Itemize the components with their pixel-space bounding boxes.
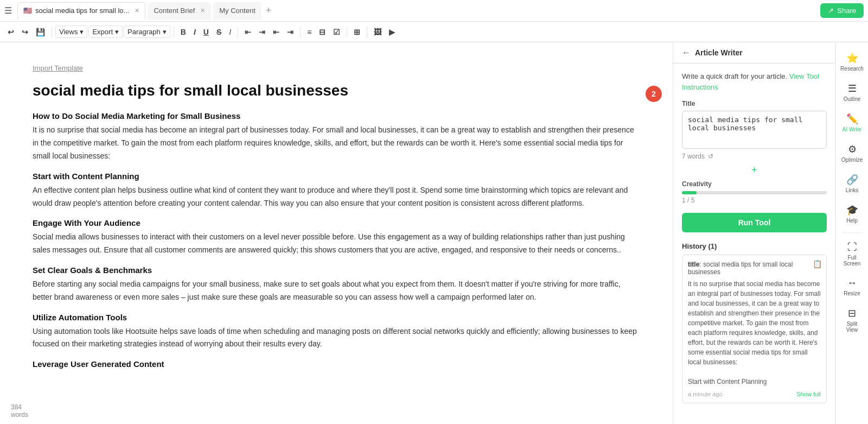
tab-label: social media tips for small lo... (35, 7, 129, 15)
title-input[interactable]: social media tips for small local busine… (682, 111, 827, 149)
sidebar-separator (843, 232, 862, 233)
tab-close-icon[interactable]: ✕ (200, 7, 205, 14)
section-heading-0: How to Do Social Media Marketing for Sma… (33, 111, 640, 121)
separator (300, 27, 301, 37)
back-arrow-icon[interactable]: ← (682, 48, 691, 58)
section-heading-5: Leverage User Generated Content (33, 359, 640, 369)
toolbar: ↩ ↪ 💾 Views ▾ Export ▾ Paragraph ▾ B I U… (0, 22, 868, 42)
sidebar-item-full-screen[interactable]: ⛶ Full Screen (838, 237, 866, 271)
tab-content-brief[interactable]: Content Brief ✕ (148, 2, 211, 20)
undo-button[interactable]: ↩ (4, 26, 17, 39)
run-tool-button[interactable]: Run Tool (682, 213, 827, 232)
bold-button[interactable]: B (177, 26, 189, 39)
table-button[interactable]: ⊞ (350, 26, 363, 39)
split-view-icon: ⊟ (848, 307, 856, 319)
add-tab-button[interactable]: + (264, 5, 274, 16)
share-label: Share (837, 7, 856, 15)
align-center-button[interactable]: ⇥ (256, 26, 269, 39)
views-dropdown[interactable]: Views ▾ (55, 26, 87, 38)
full-screen-icon: ⛶ (847, 242, 857, 253)
right-panel: ← Article Writer Write a quick draft for… (673, 42, 835, 424)
sidebar-item-label-research: Research (840, 66, 864, 72)
paragraph-label: Paragraph (127, 28, 161, 36)
creativity-label: Creativity (682, 180, 827, 188)
word-unit: words (11, 411, 28, 419)
resize-icon: ↔ (847, 277, 857, 289)
optimize-icon: ⚙ (848, 143, 857, 155)
ai-write-icon: ✏️ (846, 113, 858, 125)
history-title-value: social media tips for small local busine… (688, 261, 793, 276)
creativity-bar-fill (682, 191, 697, 194)
creativity-bar-container[interactable] (682, 191, 827, 194)
save-button[interactable]: 💾 (33, 26, 48, 39)
export-label: Export (92, 28, 113, 36)
sidebar-item-label-outline: Outline (844, 96, 861, 102)
section-para-3-0: Before starting any social media campaig… (33, 278, 640, 304)
import-template-link[interactable]: Import Template (33, 64, 640, 72)
section-heading-2: Engage With Your Audience (33, 218, 640, 227)
italic2-button[interactable]: I (226, 26, 234, 39)
menu-icon[interactable]: ☰ (4, 5, 12, 16)
tab-close-icon[interactable]: ✕ (135, 7, 139, 14)
word-count-number: 384 (11, 403, 22, 411)
show-full-link[interactable]: Show full (796, 391, 821, 397)
align-indent-button[interactable]: ⇤ (270, 26, 283, 39)
section-heading-4: Utilize Automation Tools (33, 313, 640, 322)
separator (347, 27, 347, 37)
word-count-label: 7 words (682, 153, 705, 160)
separator (238, 27, 238, 37)
sidebar-item-label-ai-write: AI Write (843, 126, 861, 132)
sidebar-item-links[interactable]: 🔗 Links (838, 169, 866, 198)
copy-icon[interactable]: 📋 (813, 260, 822, 268)
article-title: social media tips for small local busine… (33, 81, 640, 100)
sidebar-item-research[interactable]: ⭐ Research (838, 48, 866, 76)
section-heading-3: Set Clear Goals & Benchmarks (33, 265, 640, 275)
checklist-button[interactable]: ☑ (330, 26, 343, 39)
links-icon: 🔗 (846, 174, 858, 186)
italic-button[interactable]: I (190, 26, 199, 39)
views-chevron-icon: ▾ (80, 28, 84, 36)
word-count-footer: 384 words (11, 403, 28, 419)
outline-icon: ☰ (848, 83, 857, 94)
strikethrough-button[interactable]: S (213, 26, 225, 39)
media-button[interactable]: ▶ (386, 26, 398, 39)
paragraph-dropdown[interactable]: Paragraph ▾ (124, 26, 170, 38)
views-label: Views (59, 28, 78, 36)
sidebar-item-help[interactable]: 🎓 Help (838, 200, 866, 228)
tab-my-content[interactable]: My Content (213, 2, 261, 20)
export-dropdown[interactable]: Export ▾ (88, 26, 123, 38)
word-count-row: 7 words ↺ (682, 153, 827, 160)
separator (367, 27, 367, 37)
section-para-1-0: An effective content plan helps business… (33, 184, 640, 210)
history-card: 📋 title: social media tips for small loc… (682, 255, 827, 403)
share-button[interactable]: ↗ Share (820, 3, 864, 18)
editor-area[interactable]: Import Template social media tips for sm… (0, 42, 673, 424)
image-button[interactable]: 🖼 (371, 26, 385, 39)
export-chevron-icon: ▾ (115, 28, 119, 36)
sidebar-item-ai-write[interactable]: ✏️ AI Write (838, 109, 866, 137)
help-icon: 🎓 (846, 204, 858, 216)
panel-header: ← Article Writer (673, 42, 835, 64)
tab-label: My Content (219, 7, 255, 15)
underline-button[interactable]: U (200, 26, 212, 39)
topbar-right: ↗ Share (820, 3, 864, 18)
sidebar-item-outline[interactable]: ☰ Outline (838, 78, 866, 106)
history-body-text: It is no surprise that social media has … (688, 279, 821, 387)
redo-button[interactable]: ↪ (18, 26, 31, 39)
section-para-0-0: It is no surprise that social media has … (33, 124, 640, 162)
align-outdent-button[interactable]: ⇥ (284, 26, 297, 39)
sidebar-item-optimize[interactable]: ⚙ Optimize (838, 139, 866, 167)
sidebar-item-split-view[interactable]: ⊟ Split View (838, 303, 866, 337)
numbered-list-button[interactable]: ⊟ (316, 26, 329, 39)
creativity-value: 1 / 5 (682, 197, 827, 204)
align-left-button[interactable]: ⇤ (241, 26, 254, 39)
add-plus-button[interactable]: + (682, 164, 827, 176)
section-para-4-0: Using automation tools like Hootsuite he… (33, 325, 640, 351)
sidebar-item-resize[interactable]: ↔ Resize (838, 273, 866, 301)
bullet-list-button[interactable]: ≡ (304, 26, 315, 39)
sidebar-item-label-split-view: Split View (841, 321, 863, 333)
reset-icon[interactable]: ↺ (708, 153, 713, 160)
tab-group: 🇺🇸 social media tips for small lo... ✕ C… (17, 2, 273, 20)
tab-social-media[interactable]: 🇺🇸 social media tips for small lo... ✕ (17, 2, 145, 20)
sidebar-item-label-optimize: Optimize (841, 157, 863, 163)
